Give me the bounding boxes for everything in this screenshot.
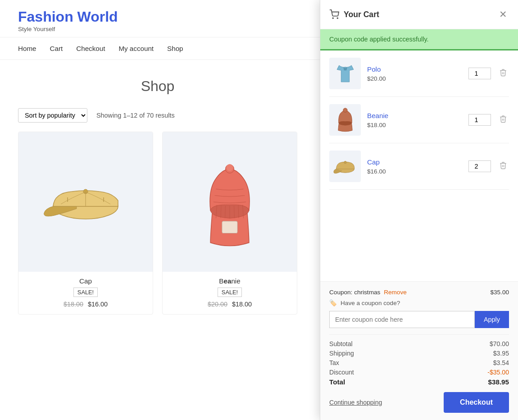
shop-title: Shop [18, 78, 297, 95]
nav-my-account[interactable]: My account [118, 45, 154, 52]
results-text: Showing 1–12 of 70 results [96, 112, 175, 119]
beanie-name[interactable]: Beanie [367, 112, 388, 119]
cart-item-cap: Cap $16.00 [329, 143, 509, 190]
cap-thumb-illustration [333, 154, 358, 179]
svg-rect-6 [222, 221, 237, 233]
product-cap-sale-price: $16.00 [88, 301, 108, 308]
cart-item-beanie: Beanie $18.00 [329, 97, 509, 143]
sort-select[interactable]: Sort by popularity [18, 108, 87, 123]
cart-title: Your Cart [344, 10, 379, 19]
nav-home[interactable]: Home [18, 45, 36, 52]
cart-title-row: Your Cart [329, 9, 379, 19]
cart-icon [329, 9, 339, 19]
svg-point-14 [332, 18, 333, 18]
beanie-qty-input[interactable] [468, 114, 491, 126]
cap-qty-input[interactable] [468, 160, 491, 172]
beanie-delete-button[interactable] [497, 113, 509, 127]
beanie-details: Beanie $18.00 [367, 112, 462, 128]
coupon-applied-row: Coupon: christmas Remove $35.00 [329, 289, 509, 296]
cap-details: Cap $16.00 [367, 158, 462, 175]
product-beanie-name: Beanie [163, 277, 297, 285]
polo-details: Polo $20.00 [367, 65, 462, 82]
coupon-applied-label: Coupon: christmas Remove [329, 289, 407, 296]
polo-illustration [333, 61, 358, 86]
beanie-qty [468, 114, 491, 126]
polo-qty [468, 68, 491, 79]
coupon-success-banner: Coupon code applied successfully. [320, 29, 518, 50]
coupon-icon: 🏷️ [329, 299, 337, 306]
remove-coupon-link[interactable]: Remove [384, 289, 407, 296]
shop-area: Shop Sort by popularity Showing 1–12 of … [0, 60, 315, 324]
product-beanie-original-price: $20.00 [208, 301, 227, 308]
polo-qty-input[interactable] [468, 68, 491, 79]
close-cart-button[interactable]: ✕ [497, 7, 509, 22]
product-cap-badge: SALE! [73, 288, 98, 297]
cap-price: $16.00 [367, 168, 462, 175]
cap-name[interactable]: Cap [367, 158, 380, 166]
cap-qty [468, 160, 491, 172]
cart-item-polo: Polo $20.00 [329, 50, 509, 97]
polo-price: $20.00 [367, 75, 462, 82]
product-cap-image [18, 132, 153, 272]
beanie-price: $18.00 [367, 122, 462, 128]
coupon-code-input[interactable] [329, 311, 475, 324]
product-cap-original-price: $18.00 [64, 301, 83, 308]
coupon-amount: $35.00 [490, 289, 509, 296]
product-cap-name: Cap [18, 277, 153, 285]
beanie-thumbnail [329, 104, 361, 136]
have-coupon-row: 🏷️ Have a coupon code? [329, 299, 509, 306]
cart-footer: Coupon: christmas Remove $35.00 🏷️ Have … [320, 281, 518, 324]
product-cap-price: $18.00 $16.00 [18, 301, 153, 308]
have-coupon-label: Have a coupon code? [341, 300, 400, 306]
nav-cart[interactable]: Cart [50, 45, 63, 52]
shop-controls: Sort by popularity Showing 1–12 of 70 re… [18, 108, 297, 123]
product-beanie-price: $20.00 $18.00 [163, 301, 297, 308]
product-beanie-badge: SALE! [218, 288, 242, 297]
cart-items: Polo $20.00 [320, 50, 518, 281]
svg-point-16 [343, 108, 347, 112]
product-beanie[interactable]: Beanie SALE! $20.00 $18.00 [162, 132, 297, 315]
beanie-thumb-illustration [333, 108, 358, 132]
svg-point-5 [226, 164, 233, 171]
svg-point-15 [337, 18, 338, 18]
cap-thumbnail [329, 151, 361, 182]
polo-thumbnail [329, 58, 361, 89]
product-cap[interactable]: Cap SALE! $18.00 $16.00 [18, 132, 153, 315]
svg-point-18 [344, 161, 346, 164]
cart-overlay: Your Cart ✕ Coupon code applied successf… [320, 0, 518, 324]
product-beanie-image [163, 132, 297, 272]
cap-delete-button[interactable] [497, 160, 509, 173]
nav-checkout[interactable]: Checkout [76, 45, 105, 52]
products-grid: Cap SALE! $18.00 $16.00 [18, 132, 297, 315]
apply-coupon-button[interactable]: Apply [475, 311, 509, 324]
product-beanie-sale-price: $18.00 [232, 301, 252, 308]
beanie-illustration [185, 157, 275, 247]
coupon-input-row: Apply [329, 311, 509, 324]
polo-delete-button[interactable] [497, 67, 509, 80]
polo-name[interactable]: Polo [367, 65, 381, 73]
coupon-text: Coupon: christmas [329, 289, 380, 296]
cap-illustration [41, 173, 131, 231]
nav-shop[interactable]: Shop [167, 45, 183, 52]
cart-header: Your Cart ✕ [320, 0, 518, 29]
